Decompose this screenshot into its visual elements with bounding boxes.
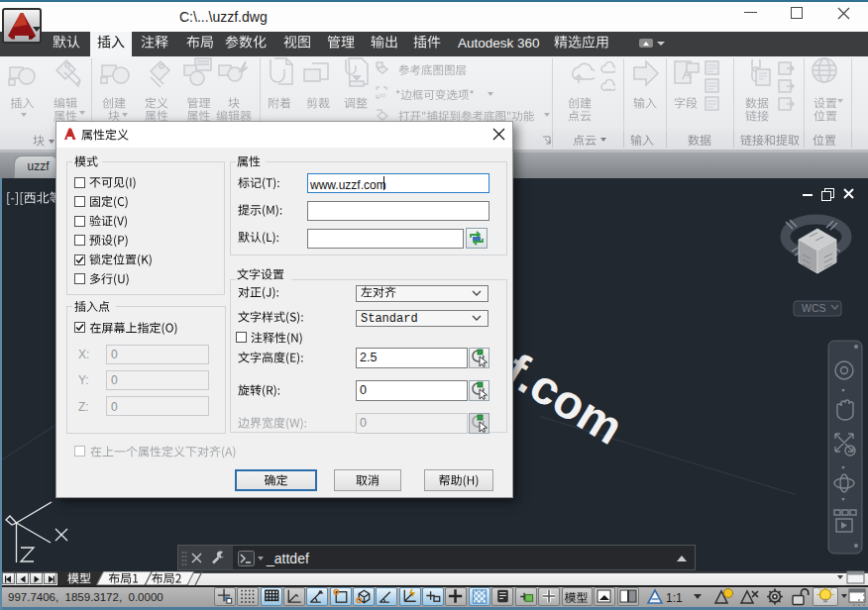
svg-text:WCS: WCS bbox=[802, 302, 826, 314]
svg-text:(x): (x) bbox=[379, 92, 385, 98]
